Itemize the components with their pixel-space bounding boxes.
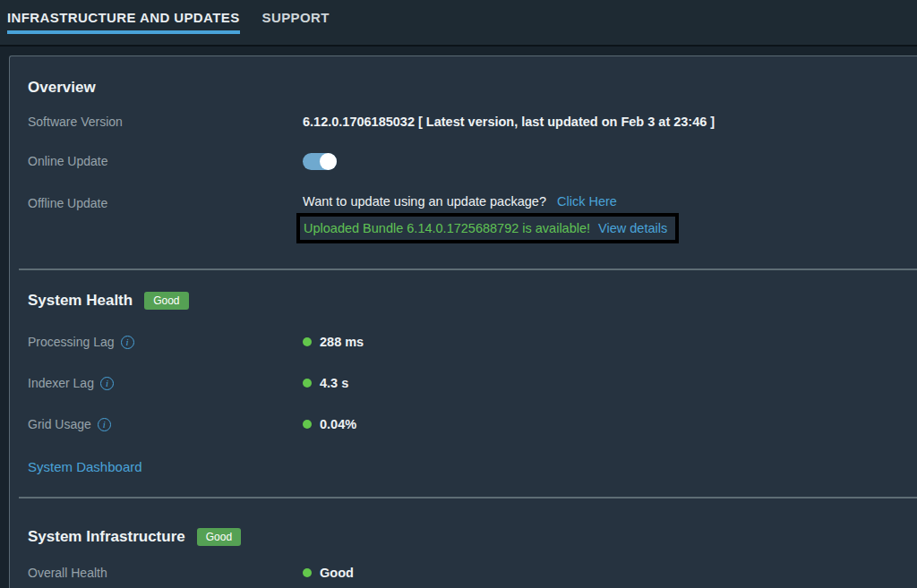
- processing-lag-value: 288 ms: [303, 335, 901, 349]
- online-update-row: Online Update: [28, 152, 901, 170]
- system-health-status-badge: Good: [144, 292, 188, 310]
- overall-health-value: Good: [303, 566, 901, 580]
- system-health-title: System Health Good: [28, 290, 901, 311]
- offline-update-label: Offline Update: [28, 196, 303, 210]
- green-status-dot: [303, 337, 312, 346]
- overall-health-label: Overall Health: [28, 566, 303, 580]
- system-dashboard-link-row: System Dashboard: [28, 457, 901, 475]
- grid-usage-value: 0.04%: [303, 417, 901, 431]
- indexer-lag-label: Indexer Lag i: [28, 376, 303, 390]
- processing-lag-row: Processing Lag i 288 ms: [28, 333, 901, 351]
- section-divider: [19, 497, 917, 499]
- system-infrastructure-title: System Infrastructure Good: [28, 526, 901, 548]
- overview-title: Overview: [28, 56, 901, 98]
- green-status-dot: [303, 379, 312, 388]
- section-divider: [19, 268, 917, 270]
- processing-lag-label: Processing Lag i: [28, 335, 303, 349]
- overview-title-text: Overview: [28, 79, 96, 97]
- toggle-knob: [320, 153, 337, 170]
- info-icon[interactable]: i: [121, 336, 134, 349]
- infrastructure-panel: Overview Software Version 6.12.0.1706185…: [9, 55, 917, 588]
- system-dashboard-link[interactable]: System Dashboard: [28, 459, 142, 474]
- offline-update-prompt: Want to update using an update package?: [303, 194, 546, 209]
- uploaded-bundle-message: Uploaded Bundle 6.14.0.1725688792 is ava…: [304, 221, 590, 235]
- offline-update-content: Want to update using an update package? …: [303, 194, 901, 243]
- green-status-dot: [303, 568, 312, 577]
- uploaded-bundle-highlight-box: Uploaded Bundle 6.14.0.1725688792 is ava…: [296, 213, 679, 243]
- tab-infrastructure-and-updates[interactable]: INFRASTRUCTURE AND UPDATES: [7, 10, 240, 34]
- system-health-title-text: System Health: [28, 292, 133, 310]
- indexer-lag-value: 4.3 s: [303, 376, 901, 390]
- offline-update-prompt-line: Want to update using an update package? …: [303, 194, 901, 209]
- green-status-dot: [303, 420, 312, 429]
- online-update-label: Online Update: [28, 154, 303, 168]
- software-version-value: 6.12.0.1706185032 [ Latest version, last…: [303, 115, 901, 129]
- click-here-link[interactable]: Click Here: [557, 194, 617, 209]
- view-details-link[interactable]: View details: [598, 221, 667, 235]
- grid-usage-row: Grid Usage i 0.04%: [28, 415, 901, 433]
- online-update-toggle[interactable]: [303, 153, 337, 170]
- offline-update-row: Offline Update Want to update using an u…: [28, 194, 901, 243]
- software-version-row: Software Version 6.12.0.1706185032 [ Lat…: [28, 113, 901, 131]
- indexer-lag-row: Indexer Lag i 4.3 s: [28, 374, 901, 392]
- tab-support[interactable]: SUPPORT: [262, 10, 330, 34]
- grid-usage-label: Grid Usage i: [28, 417, 303, 431]
- software-version-label: Software Version: [28, 115, 303, 129]
- overall-health-row: Overall Health Good: [28, 564, 901, 582]
- info-icon[interactable]: i: [98, 418, 111, 431]
- tab-bar: INFRASTRUCTURE AND UPDATES SUPPORT: [0, 0, 917, 47]
- system-infrastructure-status-badge: Good: [197, 528, 241, 546]
- system-infrastructure-title-text: System Infrastructure: [28, 528, 185, 546]
- info-icon[interactable]: i: [100, 377, 114, 390]
